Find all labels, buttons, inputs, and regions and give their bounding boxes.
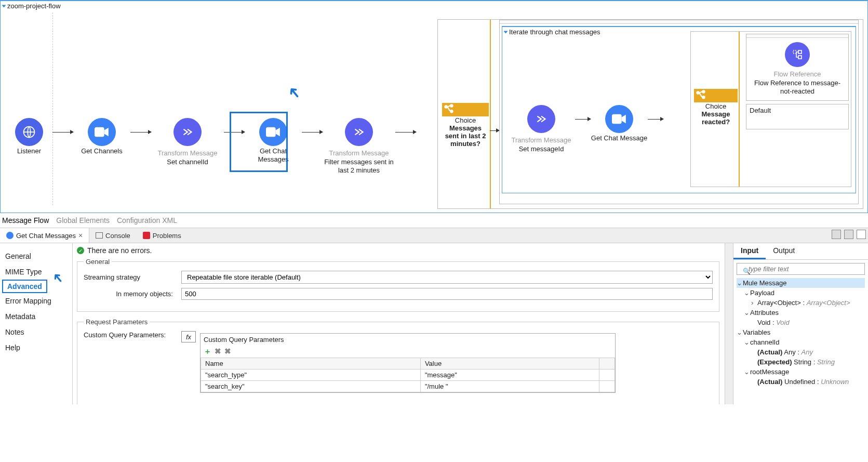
tree-rootmessage[interactable]: rootMessage bbox=[750, 368, 789, 376]
svg-rect-12 bbox=[798, 56, 802, 59]
tree-channelid[interactable]: channelId bbox=[750, 338, 779, 346]
fx-button[interactable]: fx bbox=[181, 331, 196, 342]
view-icon[interactable] bbox=[844, 230, 853, 239]
inner-choice-container[interactable]: Choice Message reacted? Flow Reference bbox=[690, 31, 851, 187]
nav-notes[interactable]: Notes bbox=[0, 324, 72, 340]
iterate-scope[interactable]: Iterate through chat messages Transform … bbox=[502, 26, 856, 193]
delete-icon[interactable]: ✖ bbox=[215, 347, 221, 357]
tab-problems[interactable]: Problems bbox=[137, 228, 188, 243]
inner-branch-default[interactable]: Default bbox=[746, 104, 849, 129]
arrow-icon bbox=[490, 116, 499, 144]
node-type: Flow Reference bbox=[751, 70, 844, 78]
nav-error-mapping[interactable]: Error Mapping bbox=[0, 293, 72, 309]
nav-help[interactable]: Help bbox=[0, 340, 72, 355]
tree-expected: (Expected) bbox=[757, 358, 792, 366]
nav-metadata[interactable]: Metadata bbox=[0, 309, 72, 324]
annotation-arrow-icon: ➜ bbox=[283, 83, 305, 104]
streaming-strategy-select[interactable]: Repeatable file store iterable (Default) bbox=[181, 271, 713, 284]
tree-attributes[interactable]: Attributes bbox=[750, 309, 779, 316]
tab-global-elements[interactable]: Global Elements bbox=[56, 216, 110, 225]
status-text: There are no errors. bbox=[87, 246, 152, 255]
tab-console[interactable]: Console bbox=[89, 228, 137, 243]
node-choice-messages-sent[interactable]: Choice Messages sent in last 2 minutes? bbox=[442, 103, 489, 148]
in-memory-objects-input[interactable] bbox=[181, 288, 713, 300]
tree-void-type: Void bbox=[776, 319, 790, 326]
node-set-messageid[interactable]: Transform Message Set messageId bbox=[508, 105, 575, 153]
tab-label: Console bbox=[105, 232, 130, 240]
node-label: Listener bbox=[17, 147, 41, 155]
arrow-icon bbox=[130, 118, 151, 146]
condition-expression[interactable] bbox=[746, 34, 848, 38]
node-listener[interactable]: Listener bbox=[6, 118, 52, 155]
close-icon[interactable]: × bbox=[78, 231, 83, 240]
tab-output[interactable]: Output bbox=[766, 243, 802, 259]
col-name[interactable]: Name bbox=[201, 358, 421, 369]
tree-array-type: Array<Object> bbox=[807, 299, 850, 307]
tree-string-label[interactable]: String : bbox=[794, 358, 815, 366]
col-value[interactable]: Value bbox=[420, 358, 599, 369]
camera-icon bbox=[259, 118, 287, 146]
expand-icon[interactable] bbox=[504, 31, 508, 33]
tree-mule-message[interactable]: Mule Message bbox=[743, 279, 787, 287]
transform-icon bbox=[345, 118, 373, 146]
choice-bar bbox=[490, 20, 491, 208]
node-get-chat-messages[interactable]: ➜ Get Chat Messages bbox=[245, 118, 302, 164]
arrow-icon bbox=[648, 105, 663, 133]
request-parameters-fieldset: Request Parameters Custom Query Paramete… bbox=[77, 318, 719, 404]
minimize-icon[interactable] bbox=[857, 230, 866, 239]
expand-icon[interactable] bbox=[2, 5, 6, 7]
node-type: Transform Message bbox=[511, 136, 571, 144]
tree-array-label[interactable]: Array<Object> : bbox=[757, 299, 805, 307]
node-choice-message-reacted[interactable]: Choice Message reacted? bbox=[694, 89, 738, 126]
node-type: Choice bbox=[694, 102, 738, 110]
flow-canvas[interactable]: zoom-project-flow Listener Get Channels … bbox=[0, 0, 868, 213]
node-type: Choice bbox=[442, 116, 489, 124]
table-row[interactable]: "search_type" "message" bbox=[201, 369, 615, 381]
tree-void-label[interactable]: Void : bbox=[757, 319, 774, 326]
choice-container[interactable]: Choice Messages sent in last 2 minutes? … bbox=[437, 19, 863, 209]
io-panel: Input Output 🔍 ⌄Mule Message ⌄Payload ›A… bbox=[733, 243, 868, 404]
tree-any-label[interactable]: Any : bbox=[784, 348, 799, 356]
arrow-icon bbox=[302, 118, 323, 146]
metadata-tree[interactable]: ⌄Mule Message ⌄Payload ›Array<Object> : … bbox=[733, 278, 868, 404]
streaming-strategy-label: Streaming strategy bbox=[84, 273, 177, 281]
nav-advanced[interactable]: Advanced bbox=[2, 280, 47, 293]
svg-rect-1 bbox=[95, 127, 104, 137]
cell-name[interactable]: "search_type" bbox=[201, 369, 421, 381]
node-label: Get Chat Messages bbox=[258, 147, 288, 164]
tab-input[interactable]: Input bbox=[733, 243, 766, 259]
cell-name[interactable]: "search_key" bbox=[201, 381, 421, 392]
filter-input[interactable] bbox=[737, 263, 865, 275]
in-memory-objects-label: In memory objects: bbox=[94, 290, 177, 298]
tab-config-xml[interactable]: Configuration XML bbox=[117, 216, 177, 225]
general-fieldset: General Streaming strategy Repeatable fi… bbox=[77, 258, 719, 312]
node-get-channels[interactable]: Get Channels bbox=[73, 118, 130, 155]
tab-get-chat-messages[interactable]: Get Chat Messages × bbox=[0, 228, 89, 243]
nav-general[interactable]: General bbox=[0, 248, 72, 264]
node-set-channelid[interactable]: Transform Message Set channelId bbox=[151, 118, 224, 166]
tree-payload[interactable]: Payload bbox=[750, 289, 774, 297]
custom-query-params-table: Custom Query Parameters ＋ ✖ ✖ Name Value bbox=[200, 333, 616, 393]
tab-message-flow[interactable]: Message Flow bbox=[2, 216, 49, 225]
table-row[interactable]: "search_key" "/mule " bbox=[201, 381, 615, 392]
inner-branch-reacted[interactable]: Flow Reference Flow Reference to message… bbox=[746, 34, 849, 101]
tab-label: Problems bbox=[153, 232, 181, 240]
arrow-icon bbox=[395, 118, 416, 146]
scrollbar[interactable] bbox=[725, 243, 733, 404]
tree-variables[interactable]: Variables bbox=[743, 328, 770, 336]
tab-label: Get Chat Messages bbox=[16, 232, 76, 240]
save-icon[interactable] bbox=[832, 230, 841, 239]
node-label: Messages sent in last 2 minutes? bbox=[442, 124, 489, 148]
cell-value[interactable]: "/mule " bbox=[420, 381, 599, 392]
node-get-chat-message[interactable]: Get Chat Message bbox=[591, 105, 648, 142]
add-icon[interactable]: ＋ bbox=[204, 347, 211, 357]
cell-value[interactable]: "message" bbox=[420, 369, 599, 381]
delete-all-icon[interactable]: ✖ bbox=[224, 347, 231, 357]
problems-icon bbox=[143, 232, 150, 239]
tree-undefined-label[interactable]: Undefined : bbox=[784, 378, 819, 386]
condition-expression[interactable] bbox=[500, 20, 858, 24]
console-tab-bar: Get Chat Messages × Console Problems bbox=[0, 228, 868, 243]
node-filter-messages[interactable]: Transform Message Filter messages sent i… bbox=[323, 118, 395, 175]
svg-point-5 bbox=[450, 110, 452, 112]
default-label: Default bbox=[750, 107, 771, 114]
